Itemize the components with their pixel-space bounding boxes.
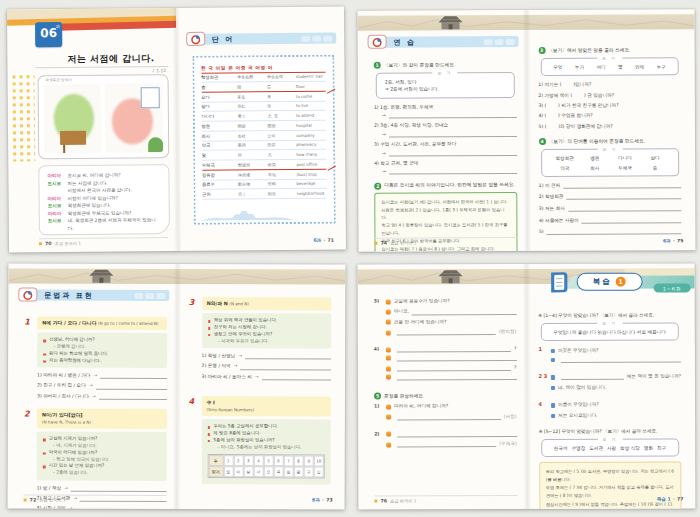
grammar-pattern-3: 3 N와/과 N (N and N) [189, 297, 332, 311]
item-number: 1 [538, 346, 547, 354]
answer-blank [96, 384, 167, 389]
item-prompt: 1) 이 근처 [539, 182, 560, 189]
answer-blank [75, 507, 166, 509]
exercise-item: 4) ( ) 수업을 합니까? [538, 112, 681, 120]
number-cell: 9 [304, 456, 314, 467]
vocab-korean: 오다 [201, 94, 237, 100]
q5-items: 1) 마리아 씨, 어디에 갑니까? (서점) [374, 402, 517, 447]
exercise-item: 3) 아버지 / 회사 / 다니다→ [37, 392, 167, 400]
example-word: 친구 [657, 444, 666, 451]
speech-bubble-icon [386, 442, 391, 447]
page-number: 76 [380, 498, 387, 503]
vocab-korean: 몇 [202, 153, 238, 159]
vocab-table: 한 국 어일 본 어중 국 어영 어 학생회관 学生会館 学生会馆 studen… [192, 55, 336, 225]
dialogue-entry: 요시코 네, 학생회관 2층에 서점과 우체국이 있습니다. [48, 216, 161, 232]
pattern-korean: N와/과 N [207, 301, 228, 306]
exercise-item: 1) 이 근처 [539, 181, 682, 189]
review-spread[interactable]: 3) 교실에 음료수가 있습니까? 아니요, [358, 263, 696, 509]
audio-track-label: ♪ 1-12 [152, 68, 166, 73]
number-cell: 8 [294, 456, 304, 467]
vocab-japanese: 停留場 [238, 172, 268, 178]
reading-cell: 십 [314, 467, 324, 478]
example-entry: 냉장고 안에 무엇이 있습니까? – 사과와 우유가 있습니다. [208, 331, 326, 345]
arrow: → [89, 382, 93, 389]
vocab-english: (bus) stop [296, 171, 326, 177]
reading-cell: 육 [273, 467, 283, 478]
question-number: 1 [374, 62, 381, 69]
speech-bubble-icon [386, 310, 391, 315]
s3-items: 1) 학생 / 선생님→2) 은행 / 약국→3) 마리아 씨 / 토마스 씨→ [189, 352, 332, 380]
example-answer: – 아니요, 5층에는 남자 화장실이 없습니다. [207, 444, 325, 451]
answer-blank [99, 394, 167, 399]
vocab-english: floor [296, 84, 326, 90]
lesson-title: 저는 서점에 갑니다. [67, 52, 154, 66]
answer-line [374, 356, 517, 362]
dialogue-entry: 요시코 저는 서점에 갑니다. 서점에서 한국어 사전을 삽니다. [47, 179, 160, 195]
band-pills-decoration [301, 35, 332, 41]
s1-items: 1) 마리아 씨 / 병원 / 가다→2) 친구 / 우리 집 / 오다→3) … [24, 372, 167, 400]
example-word: 우체국 [610, 164, 640, 171]
answer-bullet-icon [550, 349, 555, 354]
question-prompt: 〈보기〉에서 알맞은 말을 골라 쓰세요. [548, 47, 630, 55]
number-cell: 4 [253, 456, 263, 467]
line-text: 네, 책이 많이 있습니다. [558, 383, 607, 390]
footer-tick-icon [374, 500, 377, 503]
example-word: 도서관 [589, 444, 603, 451]
question-prompt: 다음은 요시코 씨의 이야기입니다. 빈칸에 알맞은 말을 쓰세요. [384, 181, 515, 189]
example-box: 보 기 한국어수영장도서관사람학생 식당영화친구 [541, 438, 680, 457]
example-sentence: 냉장고 안에 무엇이 있습니까? [208, 331, 326, 338]
pattern-box: N이/가 있다[없다](N have N, There is a N) [37, 408, 167, 429]
table-drawing [60, 131, 86, 145]
vocab-japanese: 近く [238, 191, 268, 197]
example-sentences-box: 책상 위에 책과 연필이 있습니다. 친구와 저는 시장에 갑니다. 냉장고 안… [202, 314, 332, 349]
line-suffix: 에는 책이 몇 권 있습니까? [627, 373, 681, 380]
item-prompt: 1) 1층, 은행, 편의점, 우체국 [374, 103, 517, 111]
grammar-spread[interactable]: 문법과 표현 1 N에 가다 / 오다 / 다니다 (N go to / com… [8, 263, 346, 509]
bush-drawing [148, 137, 163, 152]
example-word: 누가 [575, 64, 584, 71]
example-sentence: 약국이 어디에 있습니까? [43, 449, 161, 456]
band-pills-decoration [134, 292, 165, 298]
item-prompt: 4) 학교 근처, 몇 군데 [374, 159, 517, 167]
answer-blank [397, 442, 496, 447]
practice-spread[interactable]: 연 습 1 〈보기〉와 같이 문장을 만드세요. 보 기 2층, 서점, 있다→… [357, 9, 695, 251]
lesson-range-tab[interactable]: 1~6과 [654, 283, 691, 292]
section-title-band: 연 습 [381, 36, 519, 48]
reading-cell: 일 [223, 466, 233, 477]
example-word: 수영장 [571, 445, 585, 452]
answer-line: 네, 책이 많이 있습니다. [538, 383, 681, 391]
review-banner: 복습 1 1~6과 [534, 270, 695, 299]
practice-page-right: 3 〈보기〉에서 알맞은 말을 골라 쓰세요. 보 기 무엇누가어디몇언제누구 … [526, 9, 696, 251]
answer-blank [397, 330, 496, 335]
example-word: 다니다 [610, 154, 640, 161]
answer-blank [568, 206, 682, 211]
line-text: 건물 안 어디에 있습니까? [394, 318, 447, 325]
lesson-opener-spread[interactable]: 06 과 저는 서점에 갑니다. ♪ 1-12 학생회관 앞에서 [7, 7, 346, 253]
example-word: 사람 [607, 444, 616, 451]
example-word: 누구 [657, 64, 666, 71]
example-entry: 5층에 남자 화장실이 있습니까? – 아니요, 5층에는 남자 화장실이 없습… [207, 437, 325, 451]
vocab-english: pharmacy [296, 142, 326, 148]
speech-bubble-icon [386, 356, 391, 361]
vocab-chinese: 公司 [268, 133, 297, 139]
question-prompt: 〈보기〉와 같이 문장을 만드세요. [384, 61, 456, 69]
example-answer: – 2층에 있습니다. [43, 470, 161, 477]
scene-caption: 학생회관 앞에서 [46, 78, 72, 82]
number-cell: 5 [263, 456, 273, 467]
section-title: 연 습 [394, 37, 416, 47]
vocab-chinese: 邮局 [268, 162, 297, 168]
answer-line: 2 3 에는 책이 몇 권 있습니까? [538, 372, 681, 380]
section-badge-icon [18, 287, 37, 301]
answer-blank [397, 366, 511, 371]
answer-line [374, 375, 517, 381]
item-number: 1) [374, 403, 383, 410]
answer-blank [412, 310, 516, 315]
footer-dot: • [673, 238, 675, 243]
vocab-korean: 우체국 [202, 162, 238, 168]
answer-line: (편의점) [374, 328, 517, 336]
pattern-korean: N에 가다 / 오다 / 다니다 [42, 321, 96, 326]
vocab-japanese: 学生会館 [237, 74, 267, 80]
exercise-item: 1) 1층, 은행, 편의점, 우체국 → [374, 103, 517, 119]
vocab-chinese: 车站 [268, 171, 297, 177]
vocab-korean: 학생회관 [201, 75, 237, 81]
